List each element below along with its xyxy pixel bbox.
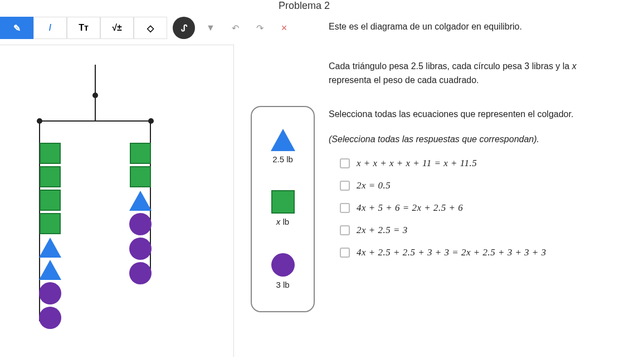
equation-text: x + x + x + x + 11 = x + 11.5	[357, 158, 477, 169]
answer-checkbox[interactable]	[340, 203, 350, 213]
answer-option: 2x = 0.5	[340, 180, 635, 191]
triangle-icon	[271, 129, 295, 151]
redo-button[interactable]: ↷	[251, 19, 269, 37]
answer-list: x + x + x + x + 11 = x + 11.5 2x = 0.5 4…	[329, 158, 635, 258]
freehand-tool-button[interactable]: ᔑ	[173, 17, 195, 39]
answer-checkbox[interactable]	[340, 225, 350, 235]
legend-panel: 2.5 lb x lb 3 lb	[251, 106, 315, 312]
text-tool-button[interactable]: Tт	[67, 17, 100, 39]
legend-circle-label: 3 lb	[276, 280, 289, 289]
hanger-square	[40, 190, 61, 211]
answer-option: 4x + 2.5 + 2.5 + 3 + 3 = 2x + 2.5 + 3 + …	[340, 247, 635, 258]
hanger-square	[130, 166, 151, 187]
hanger-circle	[39, 282, 61, 304]
hanger-square	[40, 166, 61, 187]
answer-option: 2x + 2.5 = 3	[340, 225, 635, 236]
hanger-triangle	[39, 260, 61, 280]
dropdown-icon[interactable]: ▼	[202, 19, 219, 37]
legend-square-label: x lb	[276, 217, 289, 226]
legend-square: x lb	[271, 190, 295, 226]
hanger-circle	[129, 213, 152, 235]
hanger-circle	[129, 238, 152, 260]
answer-checkbox[interactable]	[340, 158, 350, 168]
hint-text: (Selecciona todas las respuestas que cor…	[329, 132, 635, 147]
intro-text: Este es el diagrama de un colgador en eq…	[329, 20, 635, 34]
answer-option: x + x + x + x + 11 = x + 11.5	[340, 158, 635, 169]
hanger-circle	[39, 307, 61, 329]
equation-text: 4x + 5 + 6 = 2x + 2.5 + 6	[357, 202, 463, 214]
answer-option: 4x + 5 + 6 = 2x + 2.5 + 6	[340, 202, 635, 214]
answer-checkbox[interactable]	[340, 181, 350, 191]
equation-text: 4x + 2.5 + 2.5 + 3 + 3 = 2x + 2.5 + 3 + …	[357, 247, 547, 258]
equation-text: 2x = 0.5	[357, 180, 391, 191]
math-tool-button[interactable]: √±	[100, 17, 134, 39]
legend-triangle: 2.5 lb	[271, 129, 295, 164]
hanger-triangle	[129, 191, 152, 211]
toolbar: ✎ / Tт √± ◇ ᔑ ▼ ↶ ↷ ×	[0, 17, 293, 39]
hanger-square	[130, 143, 151, 164]
undo-button[interactable]: ↶	[226, 19, 244, 37]
problem-title: Problema 2	[279, 0, 330, 12]
legend-triangle-label: 2.5 lb	[272, 154, 293, 164]
canvas-area[interactable]	[0, 45, 234, 357]
weights-text: Cada triángulo pesa 2.5 libras, cada cír…	[329, 59, 635, 88]
hanger-square	[40, 213, 61, 234]
answer-checkbox[interactable]	[340, 248, 350, 258]
question-content: Este es el diagrama de un colgador en eq…	[329, 20, 635, 269]
close-button[interactable]: ×	[275, 19, 293, 37]
equation-text: 2x + 2.5 = 3	[357, 225, 408, 236]
pen-tool-button[interactable]: ✎	[0, 17, 33, 39]
hanger-square	[40, 143, 61, 164]
instruction-text: Selecciona todas las ecuaciones que repr…	[329, 107, 635, 122]
line-tool-button[interactable]: /	[33, 17, 67, 39]
hanger-triangle	[39, 238, 61, 258]
legend-circle: 3 lb	[271, 253, 295, 289]
hanger-circle	[129, 262, 152, 284]
eraser-tool-button[interactable]: ◇	[134, 17, 167, 39]
square-icon	[271, 190, 295, 214]
circle-icon	[271, 253, 295, 277]
